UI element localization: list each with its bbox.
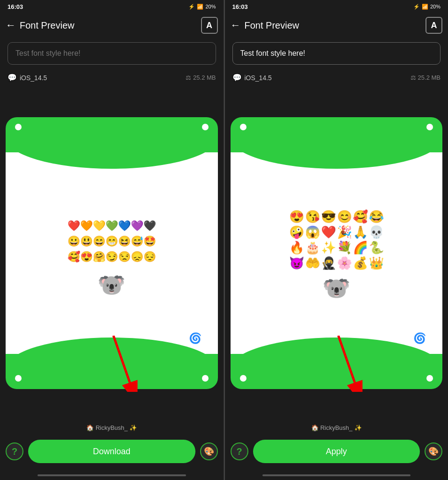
page-title-right: Font Preview: [245, 20, 426, 31]
status-time-left: 16:03: [7, 3, 23, 10]
cute-bear-left: 🐨: [97, 272, 126, 298]
font-size-right: ⚖ 25.2 MB: [411, 74, 441, 81]
top-bar-left: ← Font Preview A: [0, 13, 224, 38]
bluetooth-icon-r: ⚡: [413, 4, 420, 10]
top-bar-right: ← Font Preview A: [225, 13, 448, 38]
font-info-right: 💬 iOS_14.5 ⚖ 25.2 MB: [225, 69, 448, 86]
nav-indicator-right: [262, 474, 411, 476]
dot-tl-r: [240, 124, 246, 130]
font-size-text-right: 25.2 MB: [418, 74, 441, 81]
font-icon-right[interactable]: A: [426, 17, 442, 34]
font-size-text-left: 25.2 MB: [193, 74, 216, 81]
bluetooth-icon: ⚡: [188, 4, 195, 10]
action-area-left: ? Download 🎨: [0, 435, 224, 472]
author-bar-right: 🏠 RickyBush_ ✨: [225, 420, 448, 435]
preview-input-right[interactable]: [232, 42, 441, 65]
download-button[interactable]: Download: [28, 440, 195, 463]
signal-icon-r: 📶: [422, 4, 428, 10]
card-top-dots-right: [231, 124, 443, 130]
font-card-left: ❤️🧡💛💚💙💜🖤 😀😃😄😁😆😅🤩 🥰😍🤗😏😒😞😔 🐨 🌀: [6, 117, 218, 389]
nav-indicator-left: [37, 474, 186, 476]
balance-icon-left: ⚖: [186, 74, 191, 81]
card-bottom-dots-right: [231, 375, 443, 382]
font-name-text-right: iOS_14.5: [245, 74, 272, 82]
swirl-right: 🌀: [413, 332, 426, 345]
font-icon-left[interactable]: A: [201, 17, 218, 34]
battery-right: 20%: [430, 4, 441, 9]
emoji-area-left: ❤️🧡💛💚💙💜🖤 😀😃😄😁😆😅🤩 🥰😍🤗😏😒😞😔 🐨: [6, 173, 218, 342]
back-button-left[interactable]: ←: [6, 19, 16, 31]
status-time-right: 16:03: [232, 3, 248, 10]
dot-tl: [15, 124, 22, 130]
preview-input-area-left: [0, 38, 224, 69]
left-screen: 16:03 ⚡ 📶 20% ← Font Preview A 💬 iOS_14.…: [0, 0, 224, 480]
author-name-left: 🏠 RickyBush_ ✨: [6, 424, 218, 431]
palette-button-right[interactable]: 🎨: [425, 442, 442, 460]
card-top-dots-left: [6, 124, 218, 130]
dot-br: [202, 375, 209, 382]
balance-icon-right: ⚖: [411, 74, 416, 81]
help-button-right[interactable]: ?: [231, 442, 248, 460]
back-button-right[interactable]: ←: [231, 19, 241, 31]
dot-bl-r: [240, 375, 246, 382]
right-screen: 16:03 ⚡ 📶 20% ← Font Preview A 💬 iOS_14.…: [225, 0, 448, 480]
font-name-right: 💬 iOS_14.5: [232, 73, 272, 82]
status-bar-left: 16:03 ⚡ 📶 20%: [0, 0, 224, 13]
page-title-left: Font Preview: [20, 20, 201, 31]
card-bottom-dots-left: [6, 375, 218, 382]
author-name-right: 🏠 RickyBush_ ✨: [231, 424, 443, 431]
dot-br-r: [426, 375, 433, 382]
swirl-left: 🌀: [189, 332, 202, 345]
font-name-text-left: iOS_14.5: [20, 74, 47, 82]
help-button-left[interactable]: ?: [6, 442, 23, 460]
font-info-left: 💬 iOS_14.5 ⚖ 25.2 MB: [0, 69, 224, 86]
dot-tr: [202, 124, 209, 130]
card-container-left: ❤️🧡💛💚💙💜🖤 😀😃😄😁😆😅🤩 🥰😍🤗😏😒😞😔 🐨 🌀: [0, 86, 224, 420]
font-size-left: ⚖ 25.2 MB: [186, 74, 216, 81]
emoji-area-right: 😍😘😎😊🥰😂 🤪😱❤️🎉🙏💀 🔥🎂✨💐🌈🐍 😈🤲🥷🌸💰👑 🐨: [235, 166, 438, 345]
palette-button-left[interactable]: 🎨: [200, 442, 218, 460]
signal-icon: 📶: [197, 4, 203, 10]
preview-input-left[interactable]: [7, 42, 216, 65]
cute-bear-right: 🐨: [322, 275, 351, 301]
preview-input-area-right: [225, 38, 448, 69]
chat-icon-right: 💬: [232, 73, 242, 82]
action-area-right: ? Apply 🎨: [225, 435, 448, 472]
status-bar-right: 16:03 ⚡ 📶 20%: [225, 0, 448, 13]
font-card-right: 😍😘😎😊🥰😂 🤪😱❤️🎉🙏💀 🔥🎂✨💐🌈🐍 😈🤲🥷🌸💰👑 🐨 🌀: [231, 117, 443, 389]
card-container-right: 😍😘😎😊🥰😂 🤪😱❤️🎉🙏💀 🔥🎂✨💐🌈🐍 😈🤲🥷🌸💰👑 🐨 🌀: [225, 86, 448, 420]
status-icons-left: ⚡ 📶 20%: [188, 4, 216, 10]
dot-tr-r: [426, 124, 433, 130]
chat-icon-left: 💬: [7, 73, 17, 82]
dot-bl: [15, 375, 22, 382]
author-bar-left: 🏠 RickyBush_ ✨: [0, 420, 224, 435]
apply-button[interactable]: Apply: [253, 440, 420, 463]
font-name-left: 💬 iOS_14.5: [7, 73, 47, 82]
battery-left: 20%: [205, 4, 216, 9]
status-icons-right: ⚡ 📶 20%: [413, 4, 441, 10]
